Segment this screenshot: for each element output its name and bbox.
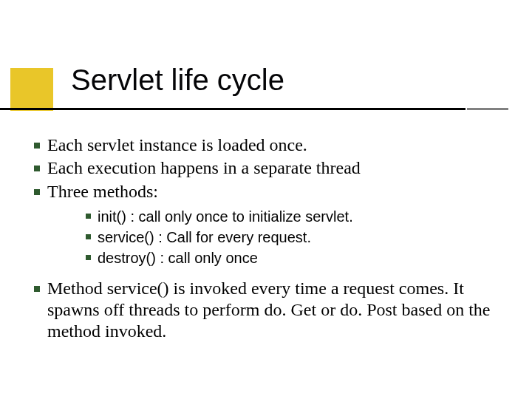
sub-bullet-item: destroy() : call only once <box>78 248 505 267</box>
title-accent-square <box>10 68 53 111</box>
sub-bullet-list: init() : call only once to initialize se… <box>78 207 505 267</box>
bullet-item: Each servlet instance is loaded once. <box>27 134 505 156</box>
bullet-text: Each execution happens in a separate thr… <box>47 157 505 179</box>
sub-bullet-item: service() : Call for every request. <box>78 228 505 247</box>
square-bullet-icon <box>27 166 47 171</box>
sub-bullet-text: init() : call only once to initialize se… <box>98 207 505 226</box>
slide: Servlet life cycle Each servlet instance… <box>0 0 532 399</box>
bullet-text: Method service() is invoked every time a… <box>47 278 505 343</box>
title-block: Servlet life cycle <box>0 64 532 123</box>
bullet-item: Three methods: <box>27 181 505 202</box>
slide-content: Each servlet instance is loaded once. Ea… <box>27 134 505 344</box>
square-bullet-icon <box>78 255 98 260</box>
title-underline-tail <box>467 108 508 110</box>
bullet-text: Each servlet instance is loaded once. <box>47 134 505 156</box>
bullet-item: Each execution happens in a separate thr… <box>27 157 505 179</box>
sub-bullet-text: service() : Call for every request. <box>98 228 505 247</box>
bullet-item: Method service() is invoked every time a… <box>27 278 505 343</box>
square-bullet-icon <box>27 286 47 292</box>
title-underline <box>0 108 466 110</box>
square-bullet-icon <box>27 189 47 195</box>
bullet-text: Three methods: <box>47 181 505 202</box>
square-bullet-icon <box>27 143 47 149</box>
sub-bullet-item: init() : call only once to initialize se… <box>78 207 505 226</box>
square-bullet-icon <box>78 234 98 239</box>
slide-title: Servlet life cycle <box>71 64 284 97</box>
sub-bullet-text: destroy() : call only once <box>98 248 505 267</box>
square-bullet-icon <box>78 214 98 219</box>
